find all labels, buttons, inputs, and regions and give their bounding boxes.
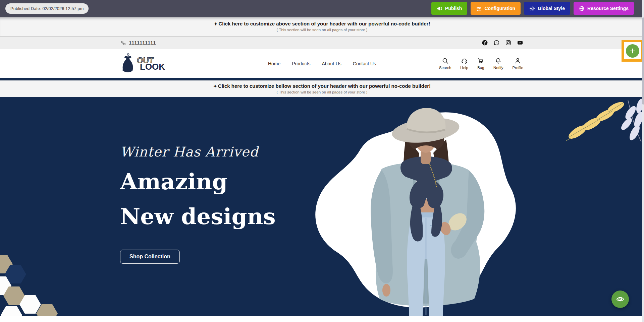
search-icon — [442, 57, 449, 64]
profile-action[interactable]: Profile — [512, 57, 523, 70]
youtube-icon[interactable] — [517, 40, 523, 46]
main-navigation: Home Products About-Us Contact Us — [268, 61, 376, 66]
globe-icon — [579, 6, 585, 11]
shop-collection-button[interactable]: Shop Collection — [120, 250, 180, 264]
sparkles-icon: ✦ — [214, 21, 218, 26]
customize-bottom-subtext: ( This section will be seen on all pages… — [0, 90, 644, 94]
dress-logo-icon — [121, 53, 136, 74]
header-divider-strip — [0, 78, 644, 80]
add-section-button[interactable] — [626, 44, 639, 58]
tools-icon — [476, 6, 482, 11]
store-header: OUT LOOK Home Products About-Us Contact … — [0, 49, 644, 78]
published-date-pill: Published Date: 02/02/2026 12:57 pm — [5, 3, 89, 14]
header-customize-bottom-banner[interactable]: ✦Click here to customize bellow section … — [0, 80, 644, 97]
search-action[interactable]: Search — [439, 57, 451, 70]
instagram-icon[interactable] — [505, 40, 512, 46]
bag-action[interactable]: Bag — [477, 57, 484, 70]
configuration-button[interactable]: Configuration — [471, 2, 521, 15]
resource-settings-button-label: Resource Settings — [587, 6, 629, 11]
contact-topbar: 1111111111 — [0, 36, 644, 49]
admin-top-bar: Published Date: 02/02/2026 12:57 pm Publ… — [0, 0, 644, 17]
global-style-button-label: Global Style — [538, 6, 565, 11]
nav-contact-us[interactable]: Contact Us — [353, 61, 376, 66]
publish-button-label: Publish — [445, 6, 462, 11]
preview-button[interactable] — [611, 291, 629, 308]
nav-products[interactable]: Products — [292, 61, 310, 66]
hero-eyebrow: Winter Has Arrived — [120, 144, 288, 159]
sparkles-icon: ✦ — [213, 84, 217, 89]
cart-icon — [477, 57, 484, 64]
nav-about-us[interactable]: About-Us — [322, 61, 341, 66]
megaphone-icon — [437, 6, 442, 11]
customize-bottom-text: ✦Click here to customize bellow section … — [0, 83, 644, 89]
store-logo[interactable]: OUT LOOK — [121, 53, 165, 74]
hexagon-decoration — [1, 306, 22, 316]
phone-number-text: 1111111111 — [129, 40, 156, 46]
facebook-icon[interactable] — [482, 40, 488, 46]
nav-home[interactable]: Home — [268, 61, 280, 66]
logo-text-out: OUT — [137, 57, 165, 64]
header-customize-top-banner[interactable]: ✦Click here to customize above section o… — [0, 17, 644, 36]
whatsapp-icon[interactable] — [493, 40, 500, 46]
publish-button[interactable]: Publish — [431, 2, 468, 15]
help-action[interactable]: Help — [460, 57, 468, 70]
header-actions: Search Help Bag Notify Profile — [439, 57, 523, 70]
global-style-button[interactable]: Global Style — [524, 2, 570, 15]
social-links — [482, 40, 523, 46]
bag-label: Bag — [477, 66, 484, 70]
search-label: Search — [439, 66, 451, 70]
customize-top-subtext: ( This section will be seen on all pages… — [0, 28, 644, 32]
plus-icon — [629, 48, 636, 54]
scrollbar-thumb[interactable] — [642, 17, 644, 105]
resource-settings-button[interactable]: Resource Settings — [574, 2, 634, 15]
help-label: Help — [460, 66, 468, 70]
phone-number[interactable]: 1111111111 — [121, 40, 156, 46]
hero-copy: Winter Has Arrived Amazing New designs S… — [120, 144, 288, 264]
hero-title: Amazing New designs — [120, 164, 288, 234]
leaves-decoration — [564, 99, 642, 143]
scrollbar[interactable] — [642, 0, 644, 322]
add-section-widget[interactable] — [622, 40, 644, 62]
person-icon — [514, 57, 521, 64]
bell-icon — [495, 57, 502, 64]
profile-label: Profile — [512, 66, 523, 70]
notify-label: Notify — [493, 66, 503, 70]
customize-top-text: ✦Click here to customize above section o… — [0, 21, 644, 26]
notify-action[interactable]: Notify — [493, 57, 503, 70]
admin-buttons: Publish Configuration Global Style Resou… — [431, 2, 634, 15]
headset-icon — [461, 57, 468, 64]
hero-section: Winter Has Arrived Amazing New designs S… — [0, 97, 644, 316]
phone-icon — [121, 40, 126, 46]
hero-model-image — [295, 97, 530, 316]
eye-icon — [616, 295, 625, 304]
configuration-button-label: Configuration — [484, 6, 515, 11]
gear-icon — [529, 6, 535, 11]
